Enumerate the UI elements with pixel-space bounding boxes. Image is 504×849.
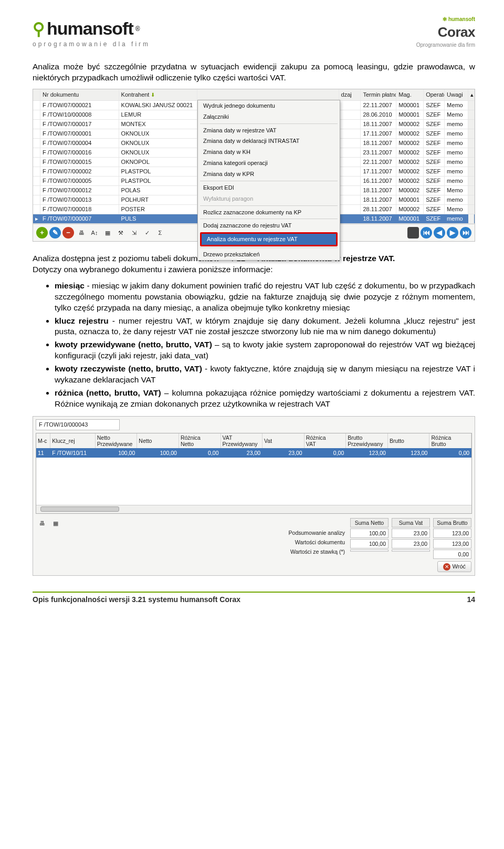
menu-item[interactable]: Drzewo przekształceń	[198, 249, 340, 260]
menu-item[interactable]: Zmiana daty w KH	[198, 147, 340, 158]
menu-item[interactable]: Zmiana daty w rejestrze VAT	[198, 125, 340, 136]
export-icon[interactable]: ⇲	[128, 227, 140, 239]
menu-item[interactable]: Zmiana daty w deklaracji INTRASTAT	[198, 136, 340, 147]
grid-column-header[interactable]: BruttoPrzewidywany	[346, 433, 388, 448]
back-button[interactable]: ✕ Wróć	[437, 561, 471, 572]
grid-column-header[interactable]: M-c	[36, 433, 50, 448]
col-rodzaj[interactable]: dzaj	[339, 89, 361, 100]
grid-column-header[interactable]: RóżnicaNetto	[179, 433, 221, 448]
grid-column-header[interactable]: NettoPrzewidywane	[96, 433, 138, 448]
col-nr-dokumentu[interactable]: Nr dokumentu	[40, 89, 119, 100]
brand-tagline: oprogramowanie dla firm	[33, 40, 150, 48]
bullet-kwoty-przew: kwoty przewidywane (netto, brutto, VAT) …	[55, 339, 475, 361]
print-icon[interactable]: 🖶	[36, 518, 48, 530]
delete-icon[interactable]: −	[62, 227, 74, 239]
person-icon: ⚲	[33, 20, 45, 37]
context-menu: Wydruk jednego dokumentuZałącznikiZmiana…	[197, 100, 340, 261]
col-uwagi[interactable]: Uwagi	[445, 89, 468, 100]
summary-box: Podsumowanie analizyWartości dokumentuWa…	[274, 518, 471, 560]
grid-column-header[interactable]: Klucz_rej	[50, 433, 95, 448]
logo-corax: ✻ humansoft Corax Oprogramowanie dla fir…	[416, 16, 475, 48]
page-number: 14	[467, 595, 475, 605]
logo-humansoft: ⚲ humansoft® oprogramowanie dla firm	[33, 17, 150, 48]
tools-icon[interactable]: ⚒	[115, 227, 127, 239]
grid-column-header[interactable]: Vat	[262, 433, 304, 448]
summary-header: Suma Vat	[392, 518, 430, 527]
sum-icon[interactable]: Σ	[154, 227, 166, 239]
col-kontrahent[interactable]: Kontrahent⬇	[119, 89, 198, 100]
intro-paragraph: Analiza może być szczególnie przydatna w…	[33, 61, 475, 84]
screenshot-analysis-window: F /TOW/10/000043 M-cKlucz_rejNettoPrzewi…	[33, 416, 475, 576]
add-icon[interactable]: +	[36, 227, 48, 239]
table-row[interactable]: 11F /TOW/10/11100,00100,000,0023,0023,00…	[36, 448, 471, 458]
sort-icon[interactable]: A↕	[89, 227, 100, 239]
col-operator[interactable]: Operator	[424, 89, 445, 100]
sort-asc-icon: ⬇	[151, 91, 155, 99]
screenshot-table-context-menu: Nr dokumentu Kontrahent⬇ dzaj Termin pła…	[33, 89, 475, 242]
summary-value: 100,00	[350, 539, 388, 548]
summary-value: 23,00	[392, 539, 430, 548]
scrollbar-h[interactable]	[36, 505, 471, 513]
scrollbar-v[interactable]: ▴	[468, 89, 475, 100]
bullet-kwoty-rzecz: kwoty rzeczywiste (netto, brutto, VAT) -…	[55, 364, 475, 386]
summary-value: 23,00	[392, 529, 430, 538]
prev-icon[interactable]: ◀	[434, 227, 445, 239]
grid-column-header[interactable]: VATPrzewidywany	[221, 433, 263, 448]
summary-value: 123,00	[433, 539, 471, 548]
summary-header: Suma Brutto	[433, 518, 471, 527]
grid-column-header[interactable]: Netto	[137, 433, 179, 448]
edit-icon[interactable]: ✎	[49, 227, 61, 239]
menu-item[interactable]: Zmiana kategorii operacji	[198, 158, 340, 169]
footer-title: Opis funkcjonalności wersji 3.21 systemu…	[33, 595, 240, 605]
col-termin[interactable]: Termin płatności	[361, 89, 396, 100]
menu-item: Wyfakturuj paragon	[198, 193, 340, 204]
grid-column-header[interactable]: Brutto	[388, 433, 430, 448]
summary-label: Podsumowanie analizy	[274, 529, 347, 537]
grid-column-header[interactable]: RóżnicaVAT	[304, 433, 346, 448]
page-footer: Opis funkcjonalności wersji 3.21 systemu…	[33, 595, 475, 605]
bullet-list: miesiąc - miesiąc w jakim dany dokument …	[55, 281, 475, 410]
document-number-field: F /TOW/10/000043	[36, 419, 120, 430]
menu-item[interactable]: Załączniki	[198, 111, 340, 122]
bullet-roznica: różnica (netto, brutto, VAT) – kolumna p…	[55, 388, 475, 410]
page-header: ⚲ humansoft® oprogramowanie dla firm ✻ h…	[33, 16, 475, 48]
summary-value: 100,00	[350, 529, 388, 538]
print-icon[interactable]: 🖶	[76, 227, 87, 239]
summary-label: Wartości ze stawką (*)	[274, 547, 347, 556]
save-icon[interactable]	[407, 227, 419, 239]
summary-value: 123,00	[433, 529, 471, 538]
grid-icon[interactable]: ▦	[50, 518, 61, 530]
filter-icon[interactable]: ▦	[102, 227, 113, 239]
first-icon[interactable]: ⏮	[421, 227, 432, 239]
toolbar-left: + ✎ − 🖶 A↕ ▦ ⚒ ⇲ ✓ Σ	[36, 227, 166, 239]
summary-label: Wartości dokumentu	[274, 538, 347, 546]
analysis-grid: M-cKlucz_rejNettoPrzewidywaneNettoRóżnic…	[36, 433, 472, 514]
bottom-tools: 🖶 ▦	[36, 518, 61, 573]
menu-item[interactable]: Wydruk jednego dokumentu	[198, 100, 340, 111]
next-icon[interactable]: ▶	[447, 227, 458, 239]
menu-item[interactable]: Dodaj zaznaczone do rejestru VAT	[198, 220, 340, 231]
table-header-row: Nr dokumentu Kontrahent⬇ dzaj Termin pła…	[33, 89, 475, 101]
summary-value	[350, 550, 388, 552]
check-icon[interactable]: ✓	[141, 227, 153, 239]
menu-item[interactable]: Zmiana daty w KPR	[198, 169, 340, 180]
footer-separator	[33, 592, 475, 593]
summary-value: 0,00	[433, 550, 471, 559]
menu-item[interactable]: Eksport EDI	[198, 182, 340, 193]
menu-item-highlighted[interactable]: Analiza dokumentu w rejestrze VAT	[200, 232, 338, 246]
close-icon: ✕	[443, 563, 450, 571]
bullet-klucz: klucz rejestru - numer rejestru VAT, w k…	[55, 316, 475, 338]
summary-header: Suma Netto	[350, 518, 388, 527]
toolbar-right: ⏮ ◀ ▶ ⏭	[407, 227, 471, 239]
bullet-miesiac: miesiąc - miesiąc w jakim dany dokument …	[55, 281, 475, 314]
grid-column-header[interactable]: RóżnicaBrutto	[429, 433, 471, 448]
brand-name: humansoft	[47, 17, 133, 41]
last-icon[interactable]: ⏭	[460, 227, 471, 239]
summary-value	[392, 550, 430, 552]
col-mag[interactable]: Mag.	[396, 89, 424, 100]
menu-item[interactable]: Rozlicz zaznaczone dokumenty na KP	[198, 207, 340, 218]
